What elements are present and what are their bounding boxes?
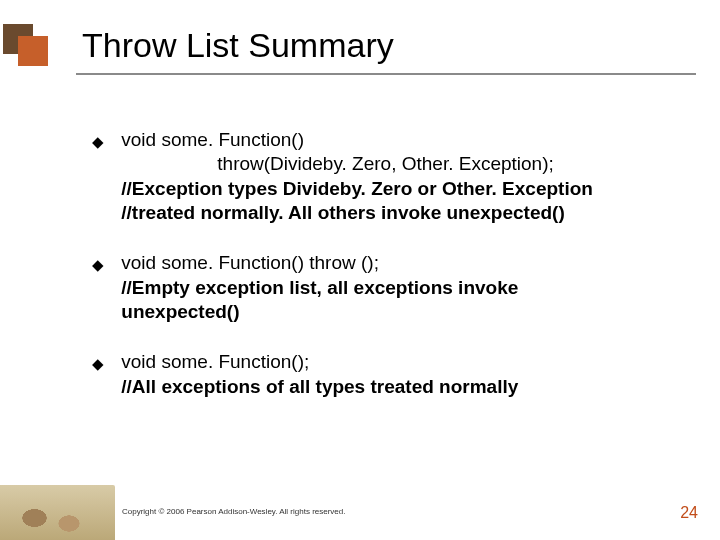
content-area: ◆ void some. Function() throw(Divideby. … xyxy=(92,128,672,399)
bullet-item: ◆ void some. Function() throw (); //Empt… xyxy=(92,251,672,324)
comment-line: //All exceptions of all types treated no… xyxy=(121,376,518,397)
code-line: void some. Function() throw (); xyxy=(121,252,379,273)
page-number: 24 xyxy=(680,504,698,522)
logo-decoration xyxy=(0,14,70,69)
bullet-body: void some. Function() throw(Divideby. Ze… xyxy=(121,128,671,225)
comment-line: //Exception types Divideby. Zero or Othe… xyxy=(121,178,593,199)
page-title: Throw List Summary xyxy=(82,26,394,65)
bullet-icon: ◆ xyxy=(92,354,116,373)
slide: Throw List Summary ◆ void some. Function… xyxy=(0,0,720,540)
code-line: void some. Function(); xyxy=(121,351,309,372)
bullet-body: void some. Function(); //All exceptions … xyxy=(121,350,671,399)
comment-line: //treated normally. All others invoke un… xyxy=(121,202,564,223)
copyright-text: Copyright © 2006 Pearson Addison-Wesley.… xyxy=(122,507,346,516)
bullet-body: void some. Function() throw (); //Empty … xyxy=(121,251,671,324)
decorative-photo xyxy=(0,485,115,540)
bullet-item: ◆ void some. Function(); //All exception… xyxy=(92,350,672,399)
title-divider xyxy=(76,73,696,75)
code-line: void some. Function() xyxy=(121,129,304,150)
bullet-item: ◆ void some. Function() throw(Divideby. … xyxy=(92,128,672,225)
comment-line: unexpected() xyxy=(121,301,239,322)
code-line-indent: throw(Divideby. Zero, Other. Exception); xyxy=(121,153,554,174)
logo-square-front xyxy=(18,36,48,66)
bullet-icon: ◆ xyxy=(92,132,116,151)
comment-line: //Empty exception list, all exceptions i… xyxy=(121,277,518,298)
bullet-icon: ◆ xyxy=(92,255,116,274)
